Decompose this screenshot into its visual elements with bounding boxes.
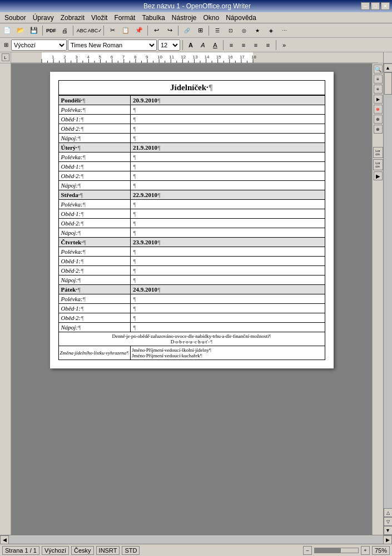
svg-text:18: 18 [251, 55, 256, 60]
minimize-button[interactable]: – [361, 2, 370, 10]
scroll-track[interactable] [384, 72, 393, 508]
food-row: Nápoj:¶¶ [58, 134, 325, 143]
sig-left-cell: Změna·jídelního·lístku·vyhrazena¶ [58, 346, 130, 360]
bold-button[interactable]: A [185, 40, 196, 51]
align-left-button[interactable]: ≡ [226, 40, 237, 51]
scroll-up-button[interactable]: ▲ [384, 63, 393, 72]
sig-right-cell: Jméno·Příjmení·vedoucí·školní·jídelny¶Jm… [130, 346, 325, 360]
menu-vlozit[interactable]: Vložit [88, 13, 111, 23]
align-center-button[interactable]: ≡ [238, 40, 249, 51]
food-row: Oběd·1:¶¶ [58, 304, 325, 313]
vertical-scrollbar[interactable]: ▲ △ ▽ ▼ [383, 63, 392, 535]
align-justify-button[interactable]: ≡ [262, 40, 274, 51]
food-label-cell: Polévka:¶ [58, 247, 130, 257]
day-name-cell: Středa·¶ [58, 190, 130, 200]
doc-title-text: Jídelníček·¶ [170, 83, 213, 92]
hyperlink-button[interactable]: 🔗 [181, 24, 193, 37]
day-date-cell: 21.9.2010¶ [130, 143, 325, 152]
zoom-slider[interactable] [314, 548, 359, 553]
print-button[interactable]: 🖨 [58, 24, 71, 37]
new-button[interactable]: 📄 [1, 24, 13, 37]
language-indicator: Česky [71, 546, 94, 555]
tb-extra6[interactable]: ⋯ [278, 24, 290, 37]
ruler-corner-btn[interactable]: L [2, 53, 9, 61]
day-header-row: Pátek·¶24.9.2010¶ [58, 285, 325, 294]
food-value-cell: ¶ [130, 257, 325, 266]
menu-upravy[interactable]: Úpravy [29, 13, 57, 23]
tb-extra2[interactable]: ⊡ [225, 24, 237, 37]
menu-format[interactable]: Formát [111, 13, 138, 23]
spellcheck-button[interactable]: ABC [76, 24, 88, 37]
spellcheck2-button[interactable]: ABC✓ [89, 24, 101, 37]
zoom-in-button[interactable]: + [361, 546, 370, 555]
tb-extra3[interactable]: ◎ [238, 24, 250, 37]
tb-extra5[interactable]: ◈ [265, 24, 277, 37]
menu-soubor[interactable]: Soubor [1, 13, 29, 23]
food-value-cell: ¶ [130, 304, 325, 313]
tb-extra1[interactable]: ☰ [211, 24, 224, 37]
day-header-row: Pondělí·¶20.9.2010¶ [58, 96, 325, 105]
fmt-sep3 [276, 40, 276, 50]
food-value-cell: ¶ [130, 171, 325, 181]
maximize-button[interactable]: □ [371, 2, 380, 10]
find-icon[interactable]: 🔍 [374, 65, 383, 73]
scroll-thumb[interactable] [384, 72, 392, 95]
vertical-ruler-svg [0, 63, 11, 509]
copy-button[interactable]: 📋 [120, 24, 132, 37]
tb-extra4[interactable]: ★ [251, 24, 264, 37]
align-right-button[interactable]: ≡ [250, 40, 261, 51]
svg-text:12: 12 [181, 55, 186, 60]
rp-btn1[interactable]: ≡ [374, 75, 383, 83]
day-date-cell: 22.9.2010¶ [130, 190, 325, 200]
menu-tabulka[interactable]: Tabulka [138, 13, 168, 23]
save-button[interactable]: 💾 [28, 24, 40, 37]
scroll-right-button[interactable]: ▶ [383, 535, 392, 544]
style-dropdown[interactable]: Výchozí [11, 40, 67, 51]
menu-okno[interactable]: Okno [200, 13, 223, 23]
tb-sep1 [42, 26, 43, 36]
rp-btn5[interactable]: ⊕ [374, 115, 383, 124]
menu-nastroje[interactable]: Nástroje [168, 13, 200, 23]
underline-button[interactable]: A [210, 40, 221, 51]
font-dropdown[interactable]: Times New Roman [68, 40, 157, 51]
open-button[interactable]: 📂 [14, 24, 27, 37]
rp-btn6[interactable]: ⊕ [374, 125, 383, 134]
food-value-cell: ¶ [130, 134, 325, 143]
h-scroll-track[interactable] [9, 536, 383, 544]
food-value-cell: ¶ [130, 294, 325, 304]
cut-button[interactable]: ✂ [106, 24, 118, 37]
rp-lorcim2[interactable]: Lorcin [373, 159, 383, 170]
food-label-cell: Oběd·1:¶ [58, 304, 130, 313]
svg-text:4: 4 [87, 55, 90, 60]
food-value-cell: ¶ [130, 152, 325, 162]
document-page: Jídelníček·¶ Pondělí·¶20.9.2010¶Polévka:… [50, 72, 334, 368]
size-dropdown[interactable]: 12 [158, 40, 180, 51]
scroll-left-button[interactable]: ◀ [0, 535, 9, 544]
paste-button[interactable]: 📌 [133, 24, 145, 37]
close-button[interactable]: ✕ [381, 2, 390, 10]
doc-title-cell: Jídelníček·¶ [58, 81, 325, 95]
menu-zobrazit[interactable]: Zobrazit [57, 13, 88, 23]
zoom-out-button[interactable]: – [303, 546, 312, 555]
scroll-page-up[interactable]: △ [384, 508, 393, 517]
rp-arrow-right[interactable]: ▶ [374, 171, 383, 180]
redo-button[interactable]: ↪ [163, 24, 176, 37]
rp-lorcim[interactable]: Lorcin [373, 147, 383, 158]
italic-button[interactable]: A [197, 40, 209, 51]
scroll-page-down[interactable]: ▽ [384, 517, 393, 526]
title-table: Jídelníček·¶ [58, 80, 325, 95]
undo-button[interactable]: ↩ [150, 24, 162, 37]
rp-btn4[interactable]: ⊕ [374, 105, 383, 114]
menu-napoveda[interactable]: Nápověda [222, 13, 260, 23]
bottom-scrollbar[interactable]: ◀ ▶ [0, 535, 392, 544]
more-fmt-button[interactable]: » [279, 40, 290, 51]
scroll-down-button[interactable]: ▼ [384, 526, 393, 535]
svg-text:15: 15 [216, 55, 221, 60]
food-row: Oběd·1:¶¶ [58, 162, 325, 171]
table-button[interactable]: ⊞ [194, 24, 206, 37]
document-scroll-area[interactable]: Jídelníček·¶ Pondělí·¶20.9.2010¶Polévka:… [11, 63, 372, 535]
rp-btn3[interactable]: ▶ [374, 95, 383, 104]
pdf-button[interactable]: PDF [45, 24, 57, 37]
rp-btn2[interactable]: ≡ [374, 85, 383, 94]
ruler-container: L // Ruler ticks will be drawn by JS bel… [0, 52, 392, 63]
